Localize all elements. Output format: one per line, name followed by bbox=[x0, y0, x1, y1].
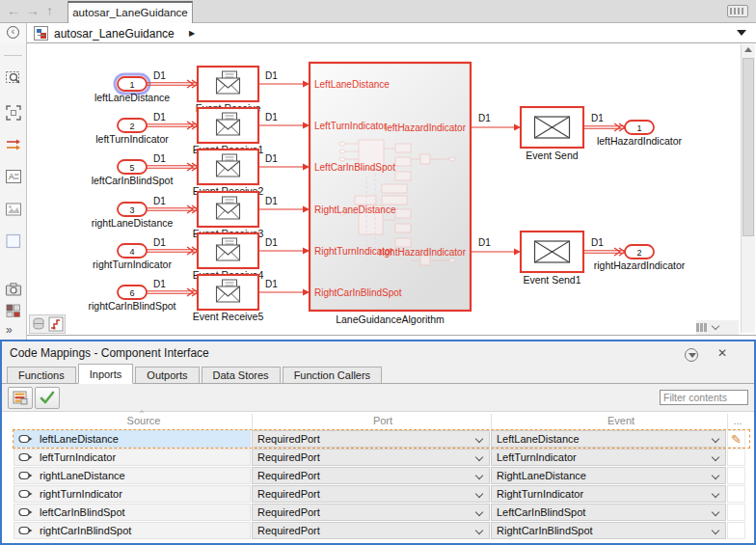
chevron-down-icon[interactable] bbox=[475, 453, 483, 461]
annotation-icon[interactable]: A bbox=[5, 168, 22, 185]
hide-explorer-bar-button[interactable]: ‹ bbox=[0, 23, 27, 43]
event-send-block[interactable] bbox=[521, 107, 583, 148]
validate-button[interactable] bbox=[35, 387, 60, 409]
chevron-down-icon[interactable] bbox=[712, 527, 719, 534]
chevron-down-icon[interactable] bbox=[712, 472, 719, 479]
scrollbar-thumb[interactable] bbox=[742, 58, 754, 236]
chevron-down-icon[interactable] bbox=[712, 453, 719, 461]
schedule-editor-icon[interactable] bbox=[49, 317, 63, 331]
code-mappings-settings-button[interactable] bbox=[8, 387, 33, 409]
breadcrumb-dropdown-icon[interactable] bbox=[737, 30, 746, 36]
up-icon[interactable]: ↑ bbox=[46, 3, 53, 18]
table-row[interactable]: rightLaneDistanceRequiredPortRightLaneDi… bbox=[14, 467, 749, 484]
table-row[interactable]: leftTurnIndicatorRequiredPortLeftTurnInd… bbox=[14, 449, 749, 466]
inport-label: leftCarInBlindSpot bbox=[92, 175, 174, 186]
zoom-region-icon[interactable] bbox=[5, 69, 22, 87]
sample-time-legend-icon[interactable] bbox=[5, 136, 22, 153]
image-icon[interactable] bbox=[5, 201, 22, 218]
chevron-down-icon[interactable] bbox=[475, 527, 483, 534]
table-row[interactable]: leftCarInBlindSpotRequiredPortLeftCarInB… bbox=[14, 504, 749, 521]
edit-cell[interactable] bbox=[727, 467, 745, 484]
laneguidance-subsystem[interactable] bbox=[310, 63, 471, 311]
canvas-corner-controls[interactable] bbox=[696, 320, 739, 335]
event-receive-block[interactable] bbox=[198, 233, 258, 268]
area-icon[interactable] bbox=[5, 232, 22, 250]
chevron-down-icon[interactable] bbox=[712, 435, 719, 443]
edit-cell[interactable] bbox=[727, 504, 745, 521]
document-tab-strip: ← → ↑ autosar_LaneGuidance bbox=[0, 0, 756, 23]
chevron-down-icon[interactable] bbox=[475, 508, 483, 516]
edit-cell[interactable] bbox=[727, 485, 745, 503]
edit-cell[interactable] bbox=[727, 522, 745, 539]
tab-outports[interactable]: Outports bbox=[135, 367, 199, 383]
back-icon[interactable]: ← bbox=[7, 3, 20, 18]
port-dropdown[interactable]: RequiredPort bbox=[252, 430, 490, 448]
port-dropdown[interactable]: RequiredPort bbox=[252, 467, 490, 484]
tab-functions[interactable]: Functions bbox=[7, 367, 76, 383]
column-header-port[interactable]: Port bbox=[310, 415, 455, 426]
signal-label: D1 bbox=[265, 196, 278, 206]
event-dropdown[interactable]: RightCarInBlindSpot bbox=[491, 522, 726, 539]
event-dropdown[interactable]: RightLaneDistance bbox=[491, 467, 726, 484]
breadcrumb[interactable]: autosar_LaneGuidance bbox=[54, 27, 175, 41]
model-file-icon bbox=[34, 26, 48, 41]
chevron-down-icon[interactable] bbox=[475, 472, 483, 479]
port-dropdown[interactable]: RequiredPort bbox=[252, 449, 490, 466]
event-receive-block[interactable] bbox=[198, 275, 258, 310]
pencil-icon[interactable]: ✎ bbox=[731, 433, 742, 446]
viewmark-camera-icon[interactable] bbox=[5, 281, 22, 298]
data-store-icon[interactable] bbox=[34, 318, 43, 329]
forward-icon[interactable]: → bbox=[26, 3, 40, 18]
source-cell[interactable]: leftCarInBlindSpot bbox=[14, 504, 251, 521]
breadcrumb-caret-icon[interactable]: ▶ bbox=[189, 29, 195, 38]
custom-blocks-icon[interactable] bbox=[5, 302, 22, 319]
port-dropdown[interactable]: RequiredPort bbox=[252, 504, 490, 521]
keyboard-shortcuts-icon[interactable] bbox=[727, 5, 748, 17]
source-cell[interactable]: leftLaneDistance bbox=[14, 430, 251, 448]
event-send-block[interactable] bbox=[521, 232, 583, 272]
source-cell[interactable]: leftTurnIndicator bbox=[14, 449, 251, 466]
chevron-down-icon[interactable] bbox=[475, 490, 483, 498]
table-row[interactable]: leftLaneDistanceRequiredPortLeftLaneDist… bbox=[14, 430, 749, 448]
panel-collapse-icon[interactable] bbox=[685, 348, 698, 362]
chevron-down-icon[interactable] bbox=[712, 490, 719, 498]
port-dropdown[interactable]: RequiredPort bbox=[252, 522, 490, 539]
event-receive-block[interactable] bbox=[198, 150, 258, 184]
event-dropdown[interactable]: LeftTurnIndicator bbox=[491, 449, 726, 466]
edit-cell[interactable]: ✎ bbox=[727, 430, 745, 448]
port-dropdown[interactable]: RequiredPort bbox=[252, 485, 490, 503]
panel-close-icon[interactable]: ✕ bbox=[717, 346, 727, 360]
event-receive-block[interactable] bbox=[198, 108, 258, 143]
event-receive-block[interactable] bbox=[198, 67, 258, 101]
chevron-down-icon[interactable] bbox=[712, 322, 719, 330]
chevron-down-icon[interactable] bbox=[475, 435, 483, 443]
model-tab[interactable]: autosar_LaneGuidance bbox=[68, 1, 193, 23]
canvas-vertical-scrollbar[interactable] bbox=[741, 44, 755, 333]
source-cell[interactable]: rightTurnIndicator bbox=[14, 485, 251, 503]
event-dropdown[interactable]: LeftCarInBlindSpot bbox=[491, 504, 726, 521]
scroll-up-icon[interactable] bbox=[744, 47, 752, 52]
table-row[interactable]: rightTurnIndicatorRequiredPortRightTurnI… bbox=[14, 485, 749, 503]
tab-inports[interactable]: Inports bbox=[78, 364, 134, 384]
zoom-bars-icon[interactable] bbox=[696, 321, 708, 335]
column-header-source[interactable]: Source bbox=[71, 415, 216, 426]
source-cell[interactable]: rightLaneDistance bbox=[14, 467, 251, 484]
block-label: Event Send1 bbox=[523, 274, 580, 286]
inport-label: rightCarInBlindSpot bbox=[88, 300, 176, 312]
source-cell[interactable]: rightCarInBlindSpot bbox=[14, 522, 251, 539]
column-header-event[interactable]: Event bbox=[549, 415, 693, 426]
tab-data-stores[interactable]: Data Stores bbox=[202, 367, 281, 383]
svg-text:3: 3 bbox=[129, 205, 134, 215]
tab-function-callers[interactable]: Function Callers bbox=[283, 367, 382, 383]
filter-contents-input[interactable] bbox=[660, 390, 748, 405]
event-receive-block[interactable] bbox=[198, 192, 258, 227]
fit-to-view-icon[interactable] bbox=[5, 104, 22, 122]
chevron-down-icon[interactable] bbox=[712, 508, 719, 516]
event-dropdown[interactable]: LeftLaneDistance bbox=[491, 430, 726, 448]
model-canvas[interactable]: LaneGuidanceAlgorithm1leftLaneDistanceD1… bbox=[27, 43, 756, 336]
expand-palette-icon[interactable]: » bbox=[6, 323, 13, 337]
edit-cell[interactable] bbox=[727, 449, 745, 466]
table-row[interactable]: rightCarInBlindSpotRequiredPortRightCarI… bbox=[14, 522, 749, 539]
event-dropdown[interactable]: RightTurnIndicator bbox=[491, 485, 726, 503]
source-label: leftLaneDistance bbox=[40, 433, 119, 445]
